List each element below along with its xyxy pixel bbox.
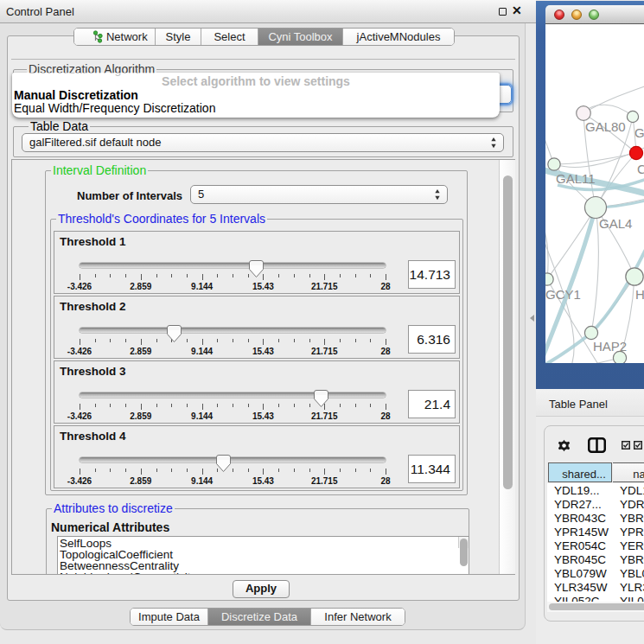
svg-text:C: C <box>637 162 644 176</box>
svg-text:GAL4: GAL4 <box>599 216 632 231</box>
svg-text:H: H <box>635 287 644 302</box>
svg-text:GAL11: GAL11 <box>556 171 596 186</box>
svg-text:GAL80: GAL80 <box>585 119 626 134</box>
svg-text:HAP2: HAP2 <box>593 339 627 354</box>
svg-text:G.: G. <box>634 125 644 140</box>
svg-text:GCY1: GCY1 <box>545 287 581 302</box>
